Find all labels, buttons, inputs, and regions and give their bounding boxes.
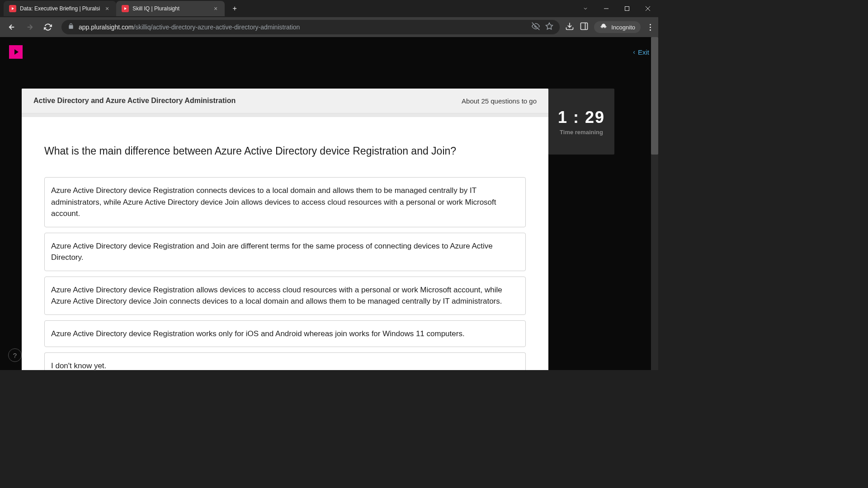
exit-label: Exit <box>638 48 649 56</box>
back-button[interactable] <box>4 19 20 35</box>
menu-button[interactable] <box>646 20 655 34</box>
side-panel-icon[interactable] <box>580 22 589 33</box>
quiz-header: Active Directory and Azure Active Direct… <box>22 89 548 113</box>
answer-option[interactable]: Azure Active Directory device Registrati… <box>44 320 526 347</box>
answer-option[interactable]: Azure Active Directory device Registrati… <box>44 277 526 315</box>
pluralsight-logo[interactable] <box>9 45 23 59</box>
incognito-label: Incognito <box>611 24 635 31</box>
question-text: What is the main difference between Azur… <box>44 144 526 158</box>
incognito-badge[interactable]: Incognito <box>594 21 641 33</box>
browser-chrome: Data: Executive Briefing | Pluralsi × Sk… <box>0 0 658 37</box>
quiz-card: Active Directory and Azure Active Direct… <box>22 89 548 370</box>
forward-button[interactable] <box>22 19 38 35</box>
close-icon[interactable]: × <box>104 5 111 12</box>
tab-inactive[interactable]: Data: Executive Briefing | Pluralsi × <box>4 1 116 16</box>
tab-title: Data: Executive Briefing | Pluralsi <box>20 5 100 12</box>
reload-button[interactable] <box>40 19 56 35</box>
timer-value: 1 : 29 <box>558 108 605 127</box>
svg-rect-5 <box>581 23 588 30</box>
chevron-left-icon: ‹ <box>633 48 635 56</box>
svg-rect-1 <box>625 7 629 11</box>
quiz-title: Active Directory and Azure Active Direct… <box>33 97 236 105</box>
quiz-body: What is the main difference between Azur… <box>22 117 548 370</box>
url-right <box>532 22 553 32</box>
answer-option[interactable]: Azure Active Directory device Registrati… <box>44 177 526 227</box>
svg-marker-4 <box>546 23 553 29</box>
tab-bar: Data: Executive Briefing | Pluralsi × Sk… <box>0 0 658 17</box>
new-tab-button[interactable]: + <box>228 2 241 15</box>
tab-active[interactable]: Skill IQ | Pluralsight × <box>116 1 225 16</box>
url-text: app.pluralsight.com/skilliq/active-direc… <box>79 23 300 31</box>
answer-option[interactable]: I don't know yet. <box>44 352 526 370</box>
scrollbar-thumb[interactable] <box>651 37 658 155</box>
answer-option[interactable]: Azure Active Directory device Registrati… <box>44 233 526 271</box>
timer-label: Time remaining <box>560 129 603 136</box>
pluralsight-favicon <box>9 5 16 12</box>
minimize-button[interactable] <box>596 0 617 17</box>
help-button[interactable]: ? <box>8 348 22 362</box>
eye-off-icon[interactable] <box>532 22 540 32</box>
star-icon[interactable] <box>545 22 553 32</box>
window-controls <box>575 0 658 17</box>
exit-link[interactable]: ‹ Exit <box>633 48 649 56</box>
tab-title: Skill IQ | Pluralsight <box>132 5 208 12</box>
toolbar-right: Incognito <box>565 20 655 34</box>
address-bar: app.pluralsight.com/skilliq/active-direc… <box>0 17 658 37</box>
pluralsight-favicon <box>122 5 129 12</box>
url-bar[interactable]: app.pluralsight.com/skilliq/active-direc… <box>61 20 560 34</box>
maximize-button[interactable] <box>617 0 637 17</box>
tab-search-button[interactable] <box>575 0 596 17</box>
answers-list: Azure Active Directory device Registrati… <box>44 177 526 370</box>
quiz-area: Active Directory and Azure Active Direct… <box>0 67 658 370</box>
timer-box: 1 : 29 Time remaining <box>548 89 614 155</box>
progress-bar <box>22 113 548 117</box>
downloads-icon[interactable] <box>565 22 574 33</box>
app-header: ‹ Exit <box>0 37 658 67</box>
app-content: ‹ Exit Active Directory and Azure Active… <box>0 37 658 370</box>
close-window-button[interactable] <box>637 0 658 17</box>
quiz-progress: About 25 questions to go <box>462 97 537 105</box>
scrollbar[interactable] <box>651 37 658 370</box>
lock-icon <box>68 23 74 31</box>
close-icon[interactable]: × <box>212 5 219 12</box>
